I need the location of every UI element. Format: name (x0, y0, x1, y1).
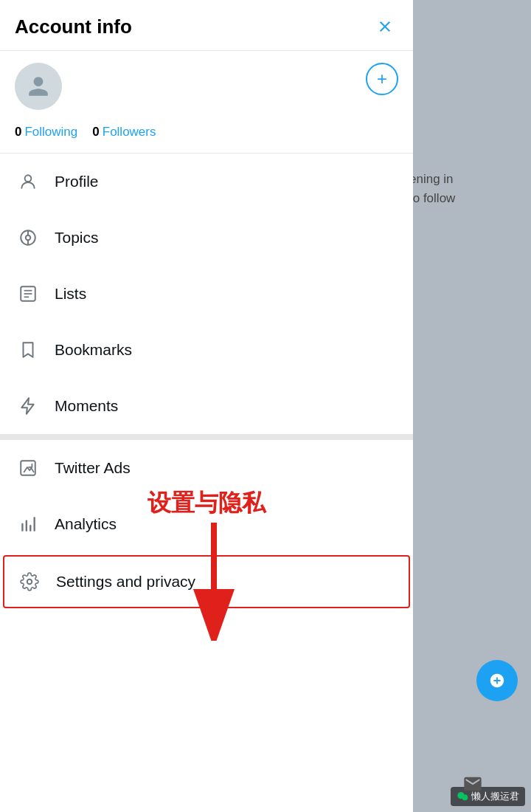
twitter-ads-label: Twitter Ads (55, 459, 131, 477)
svg-point-0 (25, 175, 32, 182)
bookmark-icon (15, 337, 41, 363)
lists-label: Lists (55, 285, 86, 303)
moments-label: Moments (55, 397, 118, 415)
bookmarks-label: Bookmarks (55, 341, 132, 359)
following-label[interactable]: Following (24, 125, 77, 140)
svg-point-14 (27, 579, 32, 585)
add-account-button[interactable]: + (366, 63, 398, 95)
ads-icon (15, 455, 41, 481)
menu-item-bookmarks[interactable]: Bookmarks (0, 322, 413, 378)
person-icon (15, 168, 41, 195)
svg-point-2 (26, 235, 31, 241)
bolt-icon (15, 393, 41, 419)
menu-item-lists[interactable]: Lists (0, 266, 413, 322)
page-title: Account info (15, 16, 132, 38)
followers-count: 0 (92, 125, 99, 140)
right-panel-text: ening in to follow (402, 162, 531, 215)
menu-item-topics[interactable]: Topics (0, 210, 413, 266)
settings-label: Settings and privacy (56, 573, 195, 591)
follow-row: 0 Following 0 Followers (0, 117, 413, 153)
section-divider (0, 434, 413, 440)
topics-label: Topics (55, 229, 99, 247)
menu-list: Profile Topics (0, 154, 413, 812)
following-item: 0 Following (15, 125, 77, 140)
analytics-icon (15, 511, 41, 537)
profile-label: Profile (55, 173, 99, 190)
menu-item-moments[interactable]: Moments (0, 378, 413, 434)
topics-icon (15, 224, 41, 251)
followers-item: 0 Followers (92, 125, 156, 140)
header: Account info (0, 0, 413, 51)
avatar (15, 63, 62, 110)
close-button[interactable] (372, 13, 398, 40)
menu-item-settings[interactable]: Settings and privacy (3, 555, 410, 608)
mail-icon[interactable] (462, 774, 483, 797)
menu-item-twitter-ads[interactable]: Twitter Ads (0, 440, 413, 496)
menu-item-profile[interactable]: Profile (0, 154, 413, 210)
followers-label[interactable]: Followers (103, 125, 156, 140)
gear-icon (16, 568, 43, 595)
main-panel: Account info + 0 Following 0 Followers (0, 0, 413, 812)
analytics-label: Analytics (55, 515, 117, 533)
following-count: 0 (15, 125, 21, 140)
avatar-area: + (0, 51, 413, 117)
lists-icon (15, 281, 41, 307)
menu-item-analytics[interactable]: Analytics (0, 496, 413, 552)
tweet-compose-button[interactable] (476, 660, 518, 701)
